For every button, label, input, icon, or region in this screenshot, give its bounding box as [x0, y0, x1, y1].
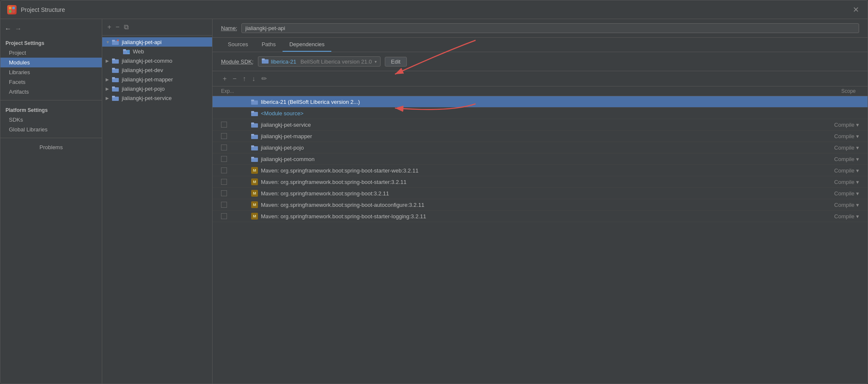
- dep-scope-maven-logging[interactable]: Compile ▾: [808, 213, 859, 220]
- dep-checkbox-maven-starter[interactable]: [221, 179, 227, 185]
- tree-add-button[interactable]: +: [106, 22, 112, 32]
- dep-checkbox-mapper[interactable]: [221, 133, 227, 139]
- dep-checkbox-maven-autoconfigure[interactable]: [221, 202, 227, 208]
- dep-row-maven-logging[interactable]: M Maven: org.springframework.boot:spring…: [213, 211, 868, 222]
- folder-icon-dev: [112, 67, 119, 73]
- forward-button[interactable]: →: [15, 25, 22, 33]
- dep-scope-maven-autoconfigure[interactable]: Compile ▾: [808, 202, 859, 208]
- dep-add-button[interactable]: +: [221, 74, 228, 83]
- dep-sdk-icon: [251, 98, 258, 105]
- tree-item-service[interactable]: ▶ jialiangkj-pet-service: [102, 93, 212, 103]
- name-label: Name:: [221, 25, 237, 31]
- sidebar-item-libraries[interactable]: Libraries: [0, 67, 102, 77]
- dep-scope-mapper[interactable]: Compile ▾: [808, 133, 859, 139]
- folder-icon-service: [112, 95, 119, 101]
- dep-row-maven-starter[interactable]: M Maven: org.springframework.boot:spring…: [213, 176, 868, 188]
- tree-copy-button[interactable]: ⧉: [123, 22, 129, 32]
- sidebar-divider: [0, 100, 102, 100]
- dep-scope-service[interactable]: Compile ▾: [808, 122, 859, 128]
- sidebar-item-project[interactable]: Project: [0, 48, 102, 58]
- nav-back-forward: ← →: [0, 23, 102, 37]
- dep-row-maven-boot[interactable]: M Maven: org.springframework.boot:spring…: [213, 188, 868, 199]
- tree-item-pojo[interactable]: ▶ jialiangkj-pet-pojo: [102, 84, 212, 93]
- tree-item-common[interactable]: ▶ jialiangkj-pet-commo: [102, 56, 212, 65]
- dep-checkbox-service[interactable]: [221, 122, 227, 128]
- tab-dependencies[interactable]: Dependencies: [283, 38, 331, 52]
- dep-row-maven-web[interactable]: M Maven: org.springframework.boot:spring…: [213, 165, 868, 176]
- dep-checkbox-maven-logging[interactable]: [221, 213, 227, 219]
- tree-remove-button[interactable]: −: [115, 22, 120, 32]
- sidebar-item-sdks[interactable]: SDKs: [0, 115, 102, 125]
- dep-scope-chevron-common: ▾: [856, 156, 859, 162]
- dep-checkbox-pojo[interactable]: [221, 145, 227, 150]
- dep-exp-maven-web: [221, 167, 251, 173]
- svg-rect-29: [251, 122, 254, 124]
- sidebar-item-modules[interactable]: Modules: [0, 58, 102, 67]
- right-panel-wrapper: Name: Sources Paths Dependencies: [213, 19, 868, 384]
- dep-checkbox-maven-boot[interactable]: [221, 190, 227, 196]
- svg-rect-3: [12, 10, 15, 13]
- dep-scope-chevron-maven-web: ▾: [856, 167, 859, 174]
- tree-item-web[interactable]: Web: [102, 47, 212, 56]
- tree-expand-common: ▶: [106, 58, 112, 63]
- dep-scope-maven-boot[interactable]: Compile ▾: [808, 190, 859, 197]
- svg-rect-8: [123, 49, 126, 51]
- dep-up-button[interactable]: ↑: [241, 74, 248, 83]
- tree-expand-mapper: ▶: [106, 77, 112, 82]
- dep-maven-starter-icon: M: [251, 178, 258, 185]
- dep-row-module-source[interactable]: <Module source>: [213, 108, 868, 119]
- project-structure-window: Project Structure ✕ ← → Project Settings…: [0, 0, 868, 384]
- dep-row-common[interactable]: jialiangkj-pet-common Compile ▾: [213, 153, 868, 165]
- sdk-folder-icon: [262, 58, 269, 65]
- dep-down-button[interactable]: ↓: [250, 74, 257, 83]
- dep-row-sdk[interactable]: liberica-21 (BellSoft Liberica version 2…: [213, 96, 868, 108]
- dep-row-maven-autoconfigure[interactable]: M Maven: org.springframework.boot:spring…: [213, 199, 868, 211]
- tree-item-root[interactable]: ▼ jialiangkj-pet-api: [102, 37, 212, 47]
- close-button[interactable]: ✕: [851, 5, 861, 14]
- svg-rect-1: [12, 7, 15, 9]
- back-button[interactable]: ←: [5, 25, 11, 33]
- folder-icon-pojo: [112, 85, 119, 92]
- dep-row-mapper[interactable]: jialiangkj-pet-mapper Compile ▾: [213, 131, 868, 142]
- dep-name-maven-autoconfigure: Maven: org.springframework.boot:spring-b…: [261, 202, 808, 208]
- main-content: ← → Project Settings Project Modules Lib…: [0, 19, 868, 384]
- tree-mapper-label: jialiangkj-pet-mapper: [122, 76, 173, 83]
- dep-exp-maven-autoconfigure: [221, 202, 251, 208]
- dep-exp-service: [221, 122, 251, 128]
- sidebar-item-facets[interactable]: Facets: [0, 77, 102, 87]
- tree-item-mapper[interactable]: ▶ jialiangkj-pet-mapper: [102, 75, 212, 84]
- dep-row-service[interactable]: jialiangkj-pet-service Compile ▾: [213, 119, 868, 131]
- sidebar-item-problems[interactable]: Problems: [0, 142, 102, 152]
- dep-scope-chevron-maven-starter: ▾: [856, 179, 859, 185]
- dep-maven-web-icon: M: [251, 167, 258, 174]
- tab-paths[interactable]: Paths: [255, 38, 283, 52]
- edit-button[interactable]: Edit: [385, 57, 407, 67]
- window-title: Project Structure: [21, 6, 65, 13]
- tree-item-dev[interactable]: jialiangkj-pet-dev: [102, 65, 212, 75]
- sdk-dropdown[interactable]: liberica-21 BellSoft Liberica version 21…: [258, 56, 381, 67]
- dep-checkbox-common[interactable]: [221, 156, 227, 162]
- dep-scope-maven-starter[interactable]: Compile ▾: [808, 179, 859, 185]
- dep-checkbox-maven-web[interactable]: [221, 167, 227, 173]
- dep-row-pojo[interactable]: jialiangkj-pet-pojo Compile ▾: [213, 142, 868, 153]
- tab-sources[interactable]: Sources: [221, 38, 255, 52]
- title-bar-left: Project Structure: [7, 5, 65, 14]
- dep-scope-pojo[interactable]: Compile ▾: [808, 145, 859, 151]
- dep-toolbar: + − ↑ ↓ ✏: [213, 71, 868, 86]
- name-input[interactable]: [241, 23, 859, 33]
- folder-icon-mapper: [112, 76, 119, 83]
- svg-rect-6: [117, 39, 119, 41]
- svg-rect-2: [9, 10, 11, 13]
- sidebar-item-global-libraries[interactable]: Global Libraries: [0, 125, 102, 134]
- tree-toolbar: + − ⧉: [102, 19, 212, 36]
- sidebar-item-artifacts[interactable]: Artifacts: [0, 87, 102, 97]
- dep-scope-common[interactable]: Compile ▾: [808, 156, 859, 162]
- dep-scope-maven-web[interactable]: Compile ▾: [808, 167, 859, 174]
- dep-remove-button[interactable]: −: [231, 74, 238, 83]
- dep-edit-button[interactable]: ✏: [260, 74, 269, 83]
- svg-rect-0: [9, 7, 11, 9]
- dep-exp-maven-logging: [221, 213, 251, 219]
- tree-dev-label: jialiangkj-pet-dev: [122, 67, 163, 73]
- svg-rect-25: [251, 100, 254, 101]
- right-panel: Name: Sources Paths Dependencies: [213, 19, 868, 384]
